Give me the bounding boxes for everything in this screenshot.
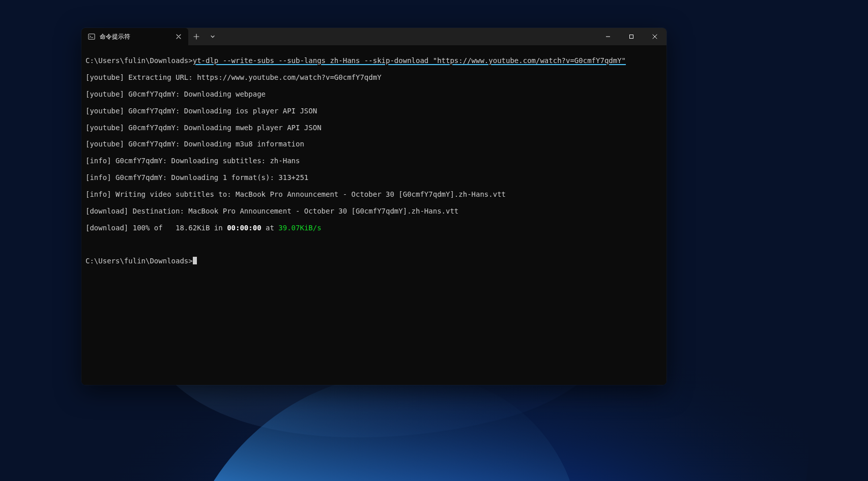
tab-title: 命令提示符 xyxy=(100,33,170,41)
prompt: C:\Users\fulin\Downloads> xyxy=(85,56,193,65)
tab-close-button[interactable] xyxy=(174,32,183,41)
titlebar-rest[interactable] xyxy=(188,28,667,45)
cmd-icon xyxy=(88,33,96,41)
output-line: [youtube] G0cmfY7qdmY: Downloading m3u8 … xyxy=(85,140,662,148)
output-line: [info] G0cmfY7qdmY: Downloading 1 format… xyxy=(85,173,662,182)
output-line: [download] Destination: MacBook Pro Anno… xyxy=(85,207,662,215)
terminal-window: 命令提示符 xyxy=(81,28,667,385)
tab-active[interactable]: 命令提示符 xyxy=(81,28,188,45)
svg-rect-2 xyxy=(89,34,95,40)
maximize-button[interactable] xyxy=(620,28,643,45)
blank-line xyxy=(85,240,662,248)
new-tab-button[interactable] xyxy=(188,28,205,45)
titlebar[interactable]: 命令提示符 xyxy=(81,28,667,45)
cursor xyxy=(193,257,197,264)
output-line: [youtube] G0cmfY7qdmY: Downloading mweb … xyxy=(85,124,662,132)
tab-dropdown-button[interactable] xyxy=(205,28,221,45)
terminal-output[interactable]: C:\Users\fulin\Downloads>yt-dlp --write-… xyxy=(81,45,667,385)
output-line: [youtube] Extracting URL: https://www.yo… xyxy=(85,73,662,81)
output-line: [info] G0cmfY7qdmY: Downloading subtitle… xyxy=(85,157,662,165)
command-text: yt-dlp --write-subs --sub-langs zh-Hans … xyxy=(193,56,626,65)
output-line: [info] Writing video subtitles to: MacBo… xyxy=(85,190,662,198)
svg-rect-5 xyxy=(630,35,633,39)
output-line: [youtube] G0cmfY7qdmY: Downloading webpa… xyxy=(85,90,662,98)
window-controls xyxy=(596,28,667,45)
minimize-button[interactable] xyxy=(596,28,620,45)
output-line: [youtube] G0cmfY7qdmY: Downloading ios p… xyxy=(85,107,662,115)
output-line: [download] 100% of 18.62KiB in 00:00:00 … xyxy=(85,224,662,232)
prompt: C:\Users\fulin\Downloads> xyxy=(85,257,193,265)
close-button[interactable] xyxy=(643,28,667,45)
